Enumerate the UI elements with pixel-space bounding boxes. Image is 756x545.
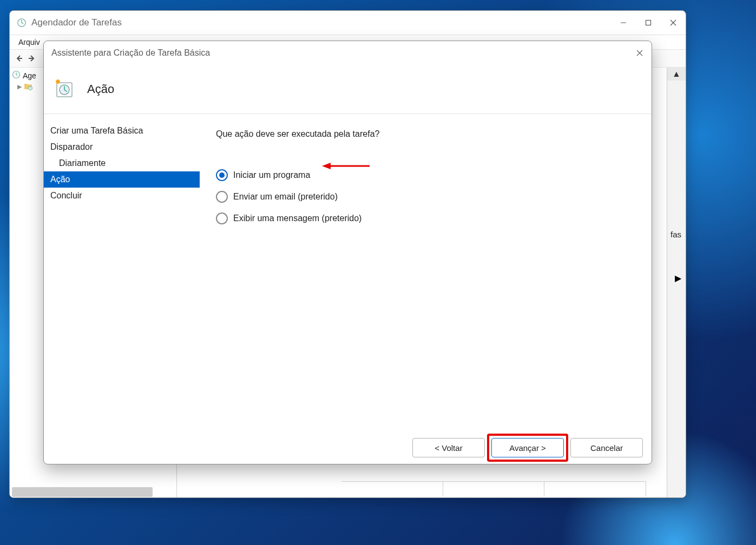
dialog-title: Assistente para Criação de Tarefa Básica	[51, 48, 210, 58]
column-headers	[341, 481, 646, 496]
radio-label: Exibir uma mensagem (preterido)	[233, 214, 361, 223]
radio-show-message[interactable]: Exibir uma mensagem (preterido)	[216, 212, 635, 224]
parent-titlebar: Agendador de Tarefas	[10, 11, 686, 35]
wizard-nav: Criar uma Tarefa Básica Disparador Diari…	[44, 114, 200, 431]
radio-send-email[interactable]: Enviar um email (preterido)	[216, 191, 635, 203]
next-button[interactable]: Avançar >	[491, 438, 564, 457]
nav-step-trigger[interactable]: Disparador	[44, 139, 200, 155]
radio-start-program[interactable]: Iniciar um programa	[216, 169, 635, 181]
basic-task-wizard-dialog: Assistente para Criação de Tarefa Básica…	[43, 41, 652, 464]
parent-right-pane: ▲ ▶	[667, 68, 686, 498]
svg-rect-2	[646, 21, 651, 25]
menu-arquivo[interactable]: Arquiv	[14, 37, 44, 48]
nav-back-icon[interactable]	[13, 52, 25, 64]
nav-step-daily[interactable]: Diariamente	[44, 155, 200, 171]
dialog-footer: < Voltar Avançar > Cancelar	[44, 431, 652, 464]
folder-icon	[24, 82, 32, 92]
tree-root-label: Age	[23, 71, 36, 80]
minimize-button[interactable]	[611, 11, 636, 35]
chevron-right-icon[interactable]: ▶	[675, 273, 681, 283]
clock-icon	[12, 70, 21, 81]
cancel-button[interactable]: Cancelar	[570, 438, 643, 457]
nav-step-create[interactable]: Criar uma Tarefa Básica	[44, 123, 200, 139]
radio-label: Iniciar um programa	[233, 170, 310, 180]
nav-step-action[interactable]: Ação	[44, 171, 200, 188]
close-button[interactable]	[661, 11, 686, 35]
radio-icon	[216, 169, 228, 181]
scroll-up-button[interactable]: ▲	[667, 68, 686, 81]
dialog-close-button[interactable]	[633, 46, 646, 59]
chevron-right-icon: ▶	[17, 83, 22, 90]
dialog-step-title: Ação	[87, 82, 114, 96]
back-button[interactable]: < Voltar	[412, 438, 485, 457]
radio-icon	[216, 212, 228, 224]
radio-icon	[216, 191, 228, 203]
nav-forward-icon[interactable]	[26, 52, 38, 64]
action-prompt: Que ação deve ser executada pela tarefa?	[216, 129, 635, 139]
dialog-main: Que ação deve ser executada pela tarefa?…	[200, 114, 652, 431]
clock-icon	[16, 17, 27, 28]
dialog-header: Ação	[44, 65, 652, 114]
parent-title: Agendador de Tarefas	[31, 17, 122, 28]
horizontal-scrollbar-thumb[interactable]	[12, 487, 153, 497]
wizard-clock-icon	[54, 78, 75, 100]
maximize-button[interactable]	[636, 11, 661, 35]
right-snippet-text: fas	[670, 230, 686, 239]
nav-step-finish[interactable]: Concluir	[44, 188, 200, 204]
dialog-titlebar: Assistente para Criação de Tarefa Básica	[44, 41, 652, 65]
radio-label: Enviar um email (preterido)	[233, 192, 338, 202]
svg-marker-13	[322, 163, 331, 169]
